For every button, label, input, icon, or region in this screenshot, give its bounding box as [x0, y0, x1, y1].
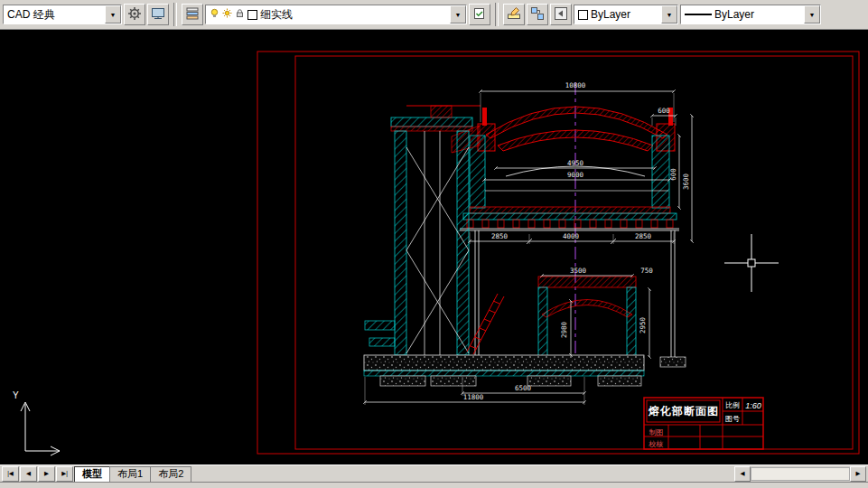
scale-label: 比例	[725, 401, 740, 409]
dimension-label: 2980	[560, 321, 568, 338]
pencil-layer-icon	[507, 6, 521, 23]
layer-name-value: 细实线	[260, 7, 293, 23]
chevron-down-icon[interactable]: ▼	[661, 5, 677, 23]
linetype-sample-icon	[685, 14, 712, 15]
layer-freeze-sun-icon[interactable]	[222, 8, 232, 21]
crosshair-cursor	[724, 234, 779, 292]
layout-tab-bar: |◀ ◀ ▶ ▶| 模型 布局1 布局2 ◀ ▶	[0, 465, 868, 482]
layers-icon	[185, 6, 200, 23]
ucs-y-label: Y	[13, 390, 19, 400]
title-block: 熔化部断面图 比例 1:60 图号 制图 校核	[644, 398, 763, 449]
dimension-label: 600	[669, 168, 677, 181]
linetype-combobox[interactable]: ByLayer ▼	[680, 5, 821, 24]
dimension-label: 3600	[682, 173, 690, 190]
match-properties-icon	[530, 6, 545, 23]
drawing-area[interactable]: 1080060049509000285040002850350075029802…	[0, 30, 868, 465]
color-swatch	[578, 10, 588, 20]
scale-value: 1:60	[745, 401, 761, 410]
last-tab-button[interactable]: ▶|	[56, 466, 73, 482]
foundation	[364, 355, 686, 386]
tab-layout2[interactable]: 布局2	[150, 466, 191, 482]
display-settings-button[interactable]	[147, 4, 169, 25]
checked-label: 校核	[649, 440, 664, 448]
regenerator-arch	[538, 277, 636, 357]
object-color-combobox[interactable]: ByLayer ▼	[574, 5, 678, 24]
dimension-label: 2950	[639, 316, 647, 333]
dimension-label: 10800	[565, 81, 586, 89]
layer-states-icon	[472, 6, 487, 23]
chevron-down-icon[interactable]: ▼	[105, 5, 121, 23]
dimension-label: 750	[640, 267, 653, 275]
scroll-left-icon[interactable]: ◀	[734, 466, 751, 482]
tab-layout1[interactable]: 布局1	[109, 466, 151, 482]
top-toolbar: CAD 经典 ▼	[0, 0, 868, 30]
dimension-label: 600	[658, 107, 670, 115]
chevron-down-icon[interactable]: ▼	[450, 5, 466, 23]
toolbar-separator	[173, 3, 177, 26]
layer-previous-icon	[554, 6, 568, 23]
steel-platform	[460, 220, 679, 230]
monitor-icon	[151, 6, 165, 23]
autocad-window: CAD 经典 ▼	[0, 0, 868, 488]
scrollbar-track[interactable]	[751, 467, 850, 481]
linetype-value: ByLayer	[714, 8, 754, 21]
ucs-icon: Y	[13, 390, 60, 455]
chevron-down-icon[interactable]: ▼	[804, 5, 820, 23]
command-line-edge	[0, 482, 868, 488]
furnace-structure	[364, 106, 686, 386]
workspace-value: CAD 经典	[7, 7, 55, 23]
horizontal-scrollbar[interactable]: ◀ ▶	[734, 467, 866, 481]
dimension-label: 3500	[570, 267, 587, 275]
workspace-settings-button[interactable]	[124, 4, 145, 25]
tab-model[interactable]: 模型	[74, 466, 110, 482]
layer-previous-button[interactable]	[550, 4, 572, 25]
next-tab-button[interactable]: ▶	[38, 466, 55, 482]
drawing-number-label: 图号	[725, 415, 740, 423]
match-properties-button[interactable]	[527, 4, 548, 25]
drafted-label: 制图	[649, 428, 664, 436]
layer-lock-icon[interactable]	[235, 8, 245, 21]
dimension-label: 2850	[635, 232, 652, 240]
dimension-label: 4000	[563, 232, 580, 240]
layer-properties-button[interactable]	[182, 4, 203, 25]
layer-states-button[interactable]	[469, 4, 490, 25]
dimension-label: 4950	[567, 159, 584, 167]
first-tab-button[interactable]: |◀	[2, 466, 19, 482]
model-space-viewport[interactable]: 1080060049509000285040002850350075029802…	[0, 30, 868, 465]
title-block-title: 熔化部断面图	[648, 405, 719, 418]
make-object-layer-current-button[interactable]	[503, 4, 525, 25]
layer-combobox[interactable]: 细实线 ▼	[205, 5, 467, 24]
left-port-regenerator-tower	[365, 106, 480, 355]
color-value: ByLayer	[591, 8, 630, 21]
layer-color-swatch[interactable]	[247, 10, 257, 20]
stairs	[467, 294, 504, 354]
gear-icon	[127, 6, 142, 23]
workspace-combobox[interactable]: CAD 经典 ▼	[3, 5, 122, 24]
dimension-label: 9000	[567, 171, 584, 179]
dimension-label: 11800	[463, 393, 484, 401]
layer-on-bulb-icon[interactable]	[210, 8, 219, 21]
dimension-label: 6500	[515, 384, 532, 392]
previous-tab-button[interactable]: ◀	[20, 466, 37, 482]
scroll-right-icon[interactable]: ▶	[850, 466, 866, 482]
dimension-label: 2850	[491, 232, 509, 240]
toolbar-separator	[495, 3, 499, 26]
